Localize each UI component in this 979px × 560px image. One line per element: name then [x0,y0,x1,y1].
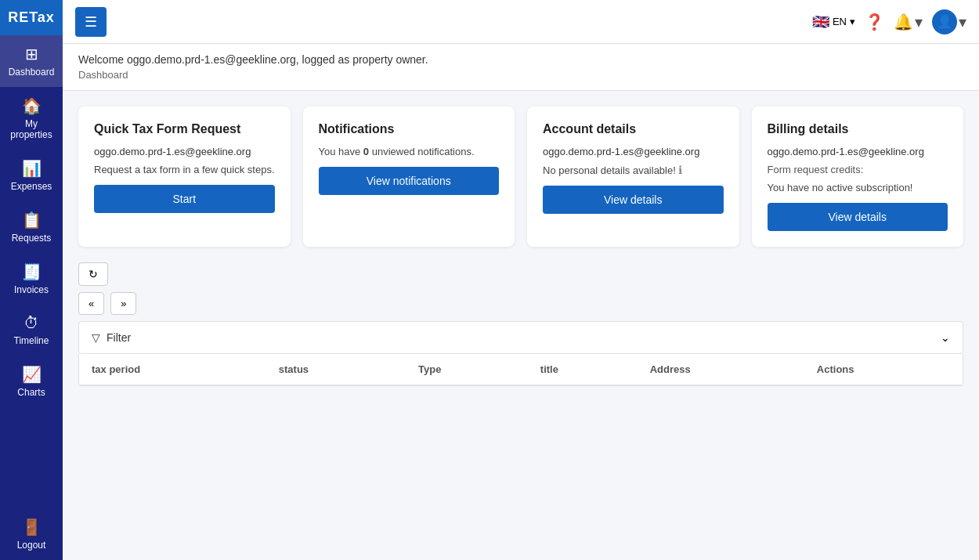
sidebar-item-expenses[interactable]: 📊 Expenses [0,150,63,201]
billing-card: Billing details oggo.demo.prd-1.es@geekl… [752,107,964,247]
sidebar-item-dashboard[interactable]: ⊞ Dashboard [0,35,63,87]
quick-tax-title: Quick Tax Form Request [94,122,275,136]
lang-chevron-icon: ▾ [850,16,855,27]
col-address: Address [638,354,804,385]
col-type: Type [406,354,528,385]
sidebar-item-label: Requests [12,233,52,244]
table-header-row: tax period status Type title Address Act… [79,354,963,385]
sidebar-item-label: Expenses [11,181,52,192]
help-button[interactable]: ❓ [865,13,884,31]
content-header: Welcome oggo.demo.prd-1.es@geekline.org,… [63,44,979,91]
sidebar-item-my-properties[interactable]: 🏠 My properties [0,87,63,150]
home-icon: 🏠 [22,96,42,115]
table-container: tax period status Type title Address Act… [78,354,963,386]
filter-icon: ▽ [92,331,100,344]
timeline-icon: ⏱ [23,314,39,332]
billing-credits-label: Form request credits: [768,164,948,175]
notifications-card: Notifications You have 0 unviewed notifi… [303,107,515,247]
topbar: ☰ 🇬🇧 EN ▾ ❓ 🔔 ▾ 👤 ▾ [63,0,979,44]
breadcrumb: Dashboard [78,69,963,81]
account-card: Account details oggo.demo.prd-1.es@geekl… [527,107,739,247]
bell-icon: 🔔 [894,13,913,31]
notifications-count: 0 [363,146,369,157]
sidebar-item-requests[interactable]: 📋 Requests [0,201,63,253]
notifications-chevron-icon: ▾ [915,13,923,31]
quick-tax-card: Quick Tax Form Request oggo.demo.prd-1.e… [78,107,291,247]
billing-title: Billing details [768,122,948,136]
dashboard-icon: ⊞ [25,45,38,63]
prev-page-button[interactable]: « [78,292,104,315]
filter-bar[interactable]: ▽ Filter ⌄ [78,321,963,354]
topbar-left: ☰ [75,7,107,37]
notifications-title: Notifications [319,122,500,136]
notifications-text-before: You have [319,146,363,157]
filter-text: Filter [107,331,131,344]
billing-email: oggo.demo.prd-1.es@geekline.org [768,146,948,157]
account-title: Account details [543,122,724,136]
charts-icon: 📈 [22,365,42,384]
account-email: oggo.demo.prd-1.es@geekline.org [543,146,724,157]
billing-view-details-button[interactable]: View details [768,203,948,231]
quick-tax-email: oggo.demo.prd-1.es@geekline.org [94,146,275,157]
sidebar-item-label: Invoices [14,284,49,295]
sidebar: RETax ⊞ Dashboard 🏠 My properties 📊 Expe… [0,0,63,560]
flag-icon: 🇬🇧 [812,13,829,31]
user-menu[interactable]: 👤 ▾ [932,9,966,34]
sidebar-item-label: Dashboard [9,67,55,78]
help-icon: ❓ [865,13,884,31]
sidebar-item-label: Timeline [14,335,49,346]
main-area: ☰ 🇬🇧 EN ▾ ❓ 🔔 ▾ 👤 ▾ [63,0,979,560]
expenses-icon: 📊 [22,159,42,178]
col-status: status [266,354,406,385]
refresh-button[interactable]: ↻ [78,262,108,286]
invoices-icon: 🧾 [22,262,42,281]
requests-icon: 📋 [22,211,42,229]
sidebar-item-label: Logout [17,540,46,551]
sidebar-item-charts[interactable]: 📈 Charts [0,356,63,407]
col-title: title [528,354,638,385]
sidebar-item-logout[interactable]: 🚪 Logout [0,508,63,560]
col-actions: Actions [804,354,963,385]
notifications-button[interactable]: 🔔 ▾ [894,13,923,31]
next-page-button[interactable]: » [110,292,136,315]
cards-row: Quick Tax Form Request oggo.demo.prd-1.e… [63,91,979,262]
sidebar-item-label: Charts [17,387,45,398]
data-table: tax period status Type title Address Act… [79,354,963,385]
language-code: EN [833,16,847,27]
account-view-details-button[interactable]: View details [543,186,724,214]
sidebar-item-invoices[interactable]: 🧾 Invoices [0,253,63,305]
info-icon[interactable]: ℹ [678,164,682,176]
table-area: ↻ « » ▽ Filter ⌄ tax peri [63,262,979,402]
sidebar-item-timeline[interactable]: ⏱ Timeline [0,305,63,356]
avatar[interactable]: 👤 [932,9,957,34]
notifications-text: You have 0 unviewed notifications. [319,146,500,157]
start-button[interactable]: Start [94,185,275,213]
user-icon: 👤 [937,14,952,29]
content-area: Welcome oggo.demo.prd-1.es@geekline.org,… [63,44,979,560]
quick-tax-description: Request a tax form in a few quick steps. [94,164,275,175]
topbar-right: 🇬🇧 EN ▾ ❓ 🔔 ▾ 👤 ▾ [812,9,966,34]
account-no-details: No personal details available! ℹ [543,164,724,176]
table-toolbar: ↻ [78,262,963,286]
app-logo: RETax [0,0,63,35]
hamburger-button[interactable]: ☰ [75,7,107,37]
pagination-row: « » [78,292,963,315]
filter-chevron-icon: ⌄ [941,331,950,344]
billing-subscription-text: You have no active subscription! [768,182,948,193]
logout-icon: 🚪 [22,518,42,537]
col-tax-period: tax period [79,354,266,385]
welcome-text: Welcome oggo.demo.prd-1.es@geekline.org,… [78,53,963,66]
sidebar-item-label: My properties [6,118,56,140]
user-chevron-icon: ▾ [959,13,966,31]
view-notifications-button[interactable]: View notifications [319,167,500,195]
filter-label: ▽ Filter [92,331,131,344]
notifications-text-after: unviewed notifications. [369,146,474,157]
language-selector[interactable]: 🇬🇧 EN ▾ [812,13,855,31]
